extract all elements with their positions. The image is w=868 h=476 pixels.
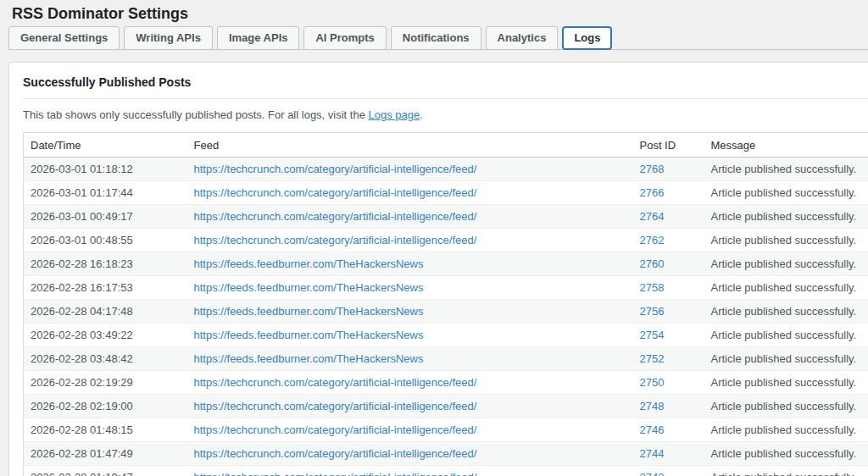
tab-image-apis[interactable]: Image APIs [217,26,300,50]
tab-notifications[interactable]: Notifications [391,26,481,50]
cell-post-id: 2746 [633,418,704,442]
cell-datetime: 2026-02-28 03:49:22 [24,324,187,347]
table-row: 2026-03-01 01:18:12https://techcrunch.co… [24,158,868,181]
cell-feed: https://techcrunch.com/category/artifici… [187,158,633,181]
cell-feed: https://feeds.feedburner.com/TheHackersN… [187,300,633,324]
cell-post-id: 2748 [633,395,704,418]
cell-post-id: 2744 [633,442,704,466]
cell-post-id: 2756 [633,300,704,324]
cell-datetime: 2026-02-28 02:19:29 [24,371,187,395]
post-id-link[interactable]: 2758 [640,281,665,294]
cell-message: Article published successfully. [704,324,868,347]
cell-post-id: 2762 [633,229,704,252]
post-id-link[interactable]: 2752 [640,352,665,365]
tab-logs[interactable]: Logs [562,26,612,50]
feed-link[interactable]: https://techcrunch.com/category/artifici… [194,423,477,436]
logs-page-link[interactable]: Logs page [369,108,420,121]
post-id-link[interactable]: 2744 [640,447,665,460]
table-row: 2026-02-28 16:17:53https://feeds.feedbur… [24,276,868,300]
post-id-link[interactable]: 2742 [640,471,665,476]
feed-link[interactable]: https://techcrunch.com/category/artifici… [194,447,477,460]
table-row: 2026-02-28 01:48:15https://techcrunch.co… [24,418,868,442]
cell-feed: https://feeds.feedburner.com/TheHackersN… [187,276,633,300]
cell-post-id: 2760 [633,252,704,276]
column-header-message: Message [704,133,868,158]
feed-link[interactable]: https://feeds.feedburner.com/TheHackersN… [194,305,424,318]
cell-post-id: 2750 [633,371,704,395]
post-id-link[interactable]: 2750 [640,376,665,389]
feed-link[interactable]: https://techcrunch.com/category/artifici… [194,234,477,246]
feed-link[interactable]: https://techcrunch.com/category/artifici… [194,471,477,476]
table-header: Date/Time Feed Post ID Message [24,133,868,158]
cell-message: Article published successfully. [704,466,868,476]
cell-post-id: 2742 [633,466,704,476]
cell-feed: https://techcrunch.com/category/artifici… [187,371,633,395]
feed-link[interactable]: https://feeds.feedburner.com/TheHackersN… [194,352,424,365]
cell-datetime: 2026-03-01 01:17:44 [24,181,187,205]
post-id-link[interactable]: 2754 [640,329,665,341]
tab-writing-apis[interactable]: Writing APIs [124,26,213,50]
feed-link[interactable]: https://techcrunch.com/category/artifici… [194,210,477,223]
cell-message: Article published successfully. [704,371,868,395]
cell-datetime: 2026-02-28 01:19:47 [24,466,187,476]
feed-link[interactable]: https://techcrunch.com/category/artifici… [194,186,477,199]
cell-feed: https://techcrunch.com/category/artifici… [187,442,633,466]
table-row: 2026-02-28 04:17:48https://feeds.feedbur… [24,300,868,324]
post-id-link[interactable]: 2762 [640,234,665,246]
cell-feed: https://techcrunch.com/category/artifici… [187,466,633,476]
cell-feed: https://techcrunch.com/category/artifici… [187,395,633,418]
table-row: 2026-03-01 00:49:17https://techcrunch.co… [24,205,868,229]
panel-description: This tab shows only successfully publish… [23,108,868,121]
table-row: 2026-02-28 03:48:42https://feeds.feedbur… [24,347,868,371]
cell-datetime: 2026-03-01 01:18:12 [24,158,187,181]
cell-post-id: 2766 [633,181,704,205]
cell-datetime: 2026-02-28 01:48:15 [24,418,187,442]
cell-datetime: 2026-02-28 16:18:23 [24,252,187,276]
cell-message: Article published successfully. [704,276,868,300]
feed-link[interactable]: https://techcrunch.com/category/artifici… [194,163,477,175]
post-id-link[interactable]: 2756 [640,305,665,318]
cell-message: Article published successfully. [704,300,868,324]
feed-link[interactable]: https://techcrunch.com/category/artifici… [194,376,477,389]
column-header-postid: Post ID [633,133,704,158]
cell-post-id: 2754 [633,324,704,347]
cell-message: Article published successfully. [704,205,868,229]
tab-analytics[interactable]: Analytics [486,26,559,50]
post-id-link[interactable]: 2746 [640,423,665,436]
cell-message: Article published successfully. [704,229,868,252]
panel-divider [23,98,868,99]
feed-link[interactable]: https://feeds.feedburner.com/TheHackersN… [194,257,424,270]
feed-link[interactable]: https://feeds.feedburner.com/TheHackersN… [194,329,424,341]
feed-link[interactable]: https://techcrunch.com/category/artifici… [194,400,477,412]
post-id-link[interactable]: 2766 [640,186,665,199]
cell-message: Article published successfully. [704,181,868,205]
panel-description-period: . [420,108,423,121]
post-id-link[interactable]: 2764 [640,210,665,223]
cell-datetime: 2026-02-28 01:47:49 [24,442,187,466]
tab-ai-prompts[interactable]: AI Prompts [303,26,386,50]
cell-message: Article published successfully. [704,395,868,418]
cell-message: Article published successfully. [704,347,868,371]
column-header-datetime: Date/Time [24,133,187,158]
tab-general-settings[interactable]: General Settings [8,26,120,50]
cell-datetime: 2026-03-01 00:49:17 [24,205,187,229]
table-row: 2026-02-28 03:49:22https://feeds.feedbur… [24,324,868,347]
logs-panel: Successfully Published Posts This tab sh… [8,62,868,476]
tab-bar: General SettingsWriting APIsImage APIsAI… [8,26,868,50]
panel-description-text: This tab shows only successfully publish… [23,108,369,121]
table-header-row: Date/Time Feed Post ID Message [24,133,868,158]
cell-feed: https://techcrunch.com/category/artifici… [187,181,633,205]
cell-message: Article published successfully. [704,158,868,181]
published-posts-table: Date/Time Feed Post ID Message 2026-03-0… [23,132,868,476]
cell-post-id: 2752 [633,347,704,371]
table-body: 2026-03-01 01:18:12https://techcrunch.co… [24,158,868,476]
post-id-link[interactable]: 2748 [640,400,665,412]
cell-datetime: 2026-02-28 16:17:53 [24,276,187,300]
table-row: 2026-02-28 01:47:49https://techcrunch.co… [24,442,868,466]
panel-heading: Successfully Published Posts [23,63,868,98]
cell-feed: https://feeds.feedburner.com/TheHackersN… [187,347,633,371]
post-id-link[interactable]: 2760 [640,257,665,270]
cell-datetime: 2026-02-28 02:19:00 [24,395,187,418]
post-id-link[interactable]: 2768 [640,163,665,175]
feed-link[interactable]: https://feeds.feedburner.com/TheHackersN… [194,281,424,294]
